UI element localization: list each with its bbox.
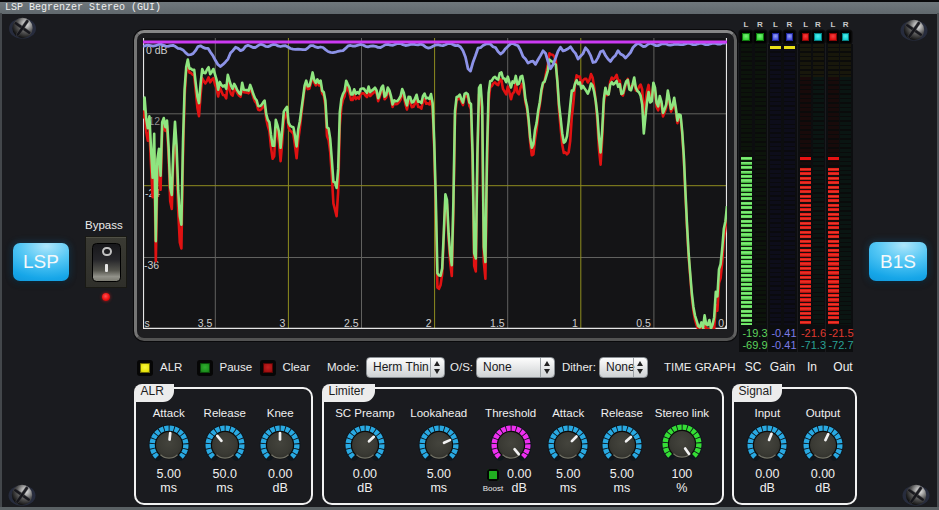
svg-text:2.5: 2.5 <box>344 317 359 329</box>
svg-text:3: 3 <box>280 317 286 329</box>
svg-text:0.5: 0.5 <box>636 317 651 329</box>
svg-text:s: s <box>145 317 150 329</box>
svg-text:3.5: 3.5 <box>198 317 213 329</box>
svg-text:1: 1 <box>572 317 578 329</box>
svg-text:2: 2 <box>426 317 432 329</box>
svg-text:1.5: 1.5 <box>490 317 505 329</box>
svg-text:0: 0 <box>718 317 724 329</box>
